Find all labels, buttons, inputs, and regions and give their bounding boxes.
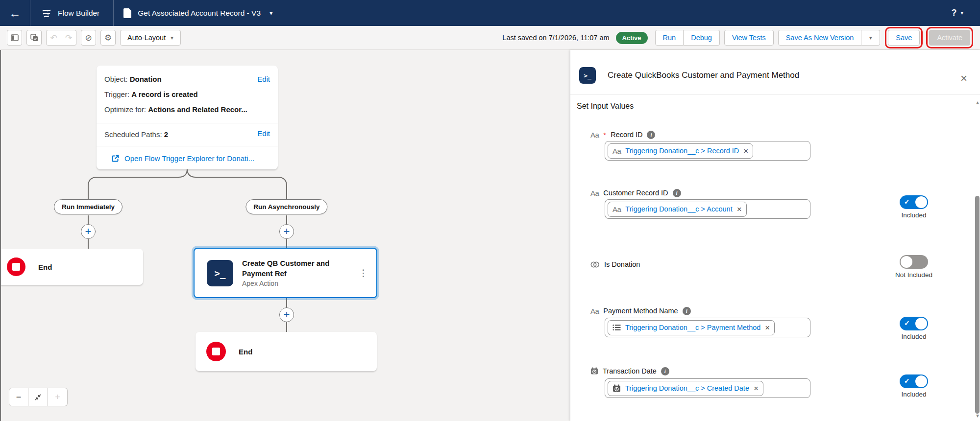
close-icon[interactable]: × — [960, 72, 967, 84]
text-type-icon: Aa — [590, 307, 599, 315]
resource-pill[interactable]: Triggering Donation__c > Created Date × — [608, 381, 763, 396]
info-icon[interactable]: i — [647, 131, 655, 139]
toggle-label: Not Included — [895, 271, 932, 279]
chevron-down-icon: ▾ — [171, 35, 173, 41]
resource-pill[interactable]: Triggering Donation__c > Payment Method … — [608, 320, 775, 335]
apex-terminal-icon: >_ — [579, 67, 596, 84]
section-title: Set Input Values — [577, 102, 634, 111]
boolean-type-icon — [590, 261, 600, 268]
trigger-explorer-label: Open Flow Trigger Explorer for Donati... — [124, 154, 254, 163]
save-options-caret-button[interactable]: ▾ — [861, 30, 880, 46]
resource-pill[interactable]: Aa Triggering Donation__c > Record ID × — [608, 143, 753, 159]
trigger-label: Trigger: — [104, 90, 129, 98]
flow-menu-caret-icon[interactable]: ▾ — [270, 9, 273, 17]
end-icon — [7, 257, 25, 276]
info-icon[interactable]: i — [661, 367, 669, 375]
apex-action-node[interactable]: >_ Create QB Customer and Payment Ref Ap… — [194, 248, 377, 298]
flow-builder-icon — [41, 8, 52, 19]
field-is-donation: Is Donation — [570, 259, 913, 270]
scheduled-paths-label: Scheduled Paths: — [104, 130, 162, 139]
add-element-button[interactable]: + — [279, 224, 294, 239]
branch-run-immediately[interactable]: Run Immediately — [54, 199, 122, 214]
scheduled-paths-section: Scheduled Paths: 2 Edit — [97, 123, 278, 146]
payment-method-name-input[interactable]: Triggering Donation__c > Payment Method … — [605, 318, 810, 337]
debug-button[interactable]: Debug — [684, 30, 720, 46]
open-flow-trigger-explorer-link[interactable]: Open Flow Trigger Explorer for Donati... — [104, 152, 270, 164]
info-icon[interactable]: i — [683, 307, 691, 315]
help-icon[interactable]: ? — [951, 8, 956, 18]
customer-record-id-input[interactable]: Aa Triggering Donation__c > Account × — [605, 199, 810, 219]
trigger-value: A record is created — [131, 90, 197, 98]
text-type-icon: Aa — [590, 189, 599, 197]
panel-title: Create QuickBooks Customer and Payment M… — [608, 70, 799, 80]
action-config-panel: >_ Create QuickBooks Customer and Paymen… — [570, 50, 980, 421]
chevron-down-icon: ▾ — [869, 35, 872, 41]
field-transaction-date: Transaction Date i Triggering Donati — [570, 366, 913, 376]
fit-to-view-button[interactable] — [28, 388, 48, 406]
add-element-button[interactable]: + — [81, 224, 96, 239]
activate-button[interactable]: Activate — [929, 30, 970, 46]
field-payment-method-name: Aa Payment Method Name i Triggering Dona… — [570, 305, 913, 316]
end-node-label: End — [239, 348, 252, 356]
scheduled-paths-value: 2 — [164, 130, 168, 139]
apex-terminal-icon: >_ — [207, 260, 233, 286]
info-icon[interactable]: i — [673, 189, 681, 197]
redo-button[interactable]: ↷ — [61, 30, 76, 46]
field-label: Transaction Date — [603, 367, 657, 375]
back-button[interactable]: ← — [0, 0, 30, 26]
check-icon: ✓ — [904, 198, 910, 206]
remove-pill-icon[interactable]: × — [765, 324, 770, 332]
start-node-card[interactable]: Object: Donation Edit Trigger: A record … — [97, 66, 278, 169]
zoom-out-button[interactable]: − — [9, 388, 28, 406]
undo-button[interactable]: ↶ — [46, 30, 61, 46]
record-id-input[interactable]: Aa Triggering Donation__c > Record ID × — [605, 141, 810, 161]
zoom-controls: − + — [9, 388, 68, 406]
panel-scrollbar[interactable] — [975, 196, 980, 414]
zoom-in-button[interactable]: + — [48, 388, 68, 406]
branch-run-asynchronously[interactable]: Run Asynchronously — [245, 199, 327, 214]
field-record-id: Aa * Record ID i Aa Triggering Donation_… — [570, 129, 913, 140]
flow-canvas[interactable]: Object: Donation Edit Trigger: A record … — [0, 50, 570, 421]
check-icon: ✓ — [904, 377, 910, 385]
resource-pill[interactable]: Aa Triggering Donation__c > Account × — [608, 202, 747, 217]
flow-name-menu[interactable]: Get Associated Account Record - V3 ▾ — [114, 8, 282, 18]
last-saved-text: Last saved on 7/1/2026, 11:07 am — [502, 34, 609, 42]
remove-pill-icon[interactable]: × — [743, 147, 748, 155]
flow-builder-brand: Flow Builder — [30, 0, 114, 26]
toggle-label: Included — [901, 391, 926, 398]
panel-header: >_ Create QuickBooks Customer and Paymen… — [570, 50, 980, 94]
remove-pill-icon[interactable]: × — [737, 205, 742, 213]
pill-text: Triggering Donation__c > Account — [625, 205, 732, 213]
select-elements-button[interactable] — [26, 30, 42, 46]
check-icon: ✓ — [904, 319, 910, 327]
app-header: ← Flow Builder Get Associated Account Re… — [0, 0, 980, 26]
include-toggle-customer-record-id[interactable]: ✓ — [900, 195, 928, 209]
edit-scheduled-paths-link[interactable]: Edit — [257, 128, 270, 139]
add-element-button[interactable]: + — [279, 307, 294, 322]
layout-select[interactable]: Auto-Layout ▾ — [120, 30, 181, 46]
include-toggle-transaction-date[interactable]: ✓ — [900, 374, 928, 388]
end-node-immediate[interactable]: End — [0, 249, 143, 285]
include-toggle-payment-method-name[interactable]: ✓ — [900, 317, 928, 330]
main-area: Object: Donation Edit Trigger: A record … — [0, 50, 980, 421]
node-menu-kebab-icon[interactable]: ⋮ — [359, 267, 368, 279]
layout-select-value: Auto-Layout — [127, 34, 166, 42]
save-button[interactable]: Save — [888, 30, 920, 46]
run-button[interactable]: Run — [655, 30, 684, 46]
end-node-async[interactable]: End — [196, 332, 377, 371]
settings-gear-button[interactable]: ⚙ — [100, 30, 116, 46]
include-toggle-is-donation[interactable] — [900, 255, 928, 269]
scroll-down-icon[interactable]: ▾ — [976, 412, 979, 419]
status-badge: Active — [616, 32, 648, 44]
edit-trigger-link[interactable]: Edit — [257, 71, 270, 87]
transaction-date-input[interactable]: Triggering Donation__c > Created Date × — [605, 378, 810, 398]
pill-text: Triggering Donation__c > Created Date — [625, 384, 749, 392]
save-as-new-version-button[interactable]: Save As New Version — [778, 30, 862, 46]
toggle-panel-button[interactable] — [7, 30, 22, 46]
remove-pill-icon[interactable]: × — [754, 384, 759, 393]
view-tests-button[interactable]: View Tests — [724, 30, 774, 46]
scroll-up-icon[interactable]: ▴ — [976, 99, 979, 106]
disable-elements-button[interactable]: ⊘ — [81, 30, 96, 46]
help-caret-icon[interactable]: ▾ — [960, 10, 963, 16]
external-link-icon — [111, 154, 120, 163]
